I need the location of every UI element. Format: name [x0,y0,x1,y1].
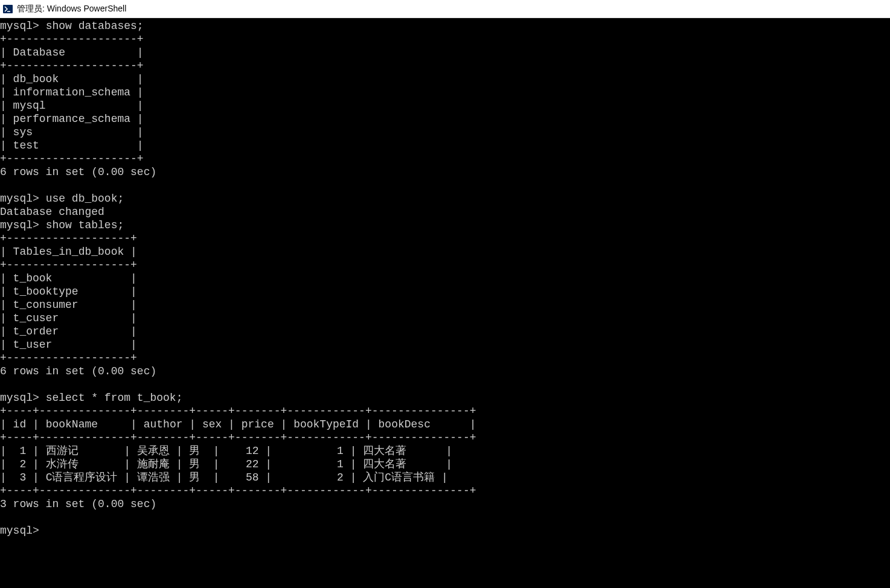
column-header-author: author [144,418,183,430]
cell-author: 吴承恩 [137,445,170,457]
table-border: +--------------------+ [0,153,144,165]
cell-sex: 男 [189,458,200,470]
table-name: t_consumer [13,299,78,311]
database-changed-msg: Database changed [0,206,104,218]
titlebar: 管理员: Windows PowerShell [0,0,890,18]
cell-author: 施耐庵 [137,458,170,470]
column-header-bookdesc: bookDesc [379,418,431,430]
cell-bookdesc: 四大名著 [363,445,406,457]
cell-id: 3 [19,471,26,484]
rows-in-set: 6 rows in set (0.00 sec) [0,365,156,377]
table-border: +-------------------+ [0,352,137,364]
cell-bookname: C语言程序设计 [46,471,118,484]
mysql-prompt: mysql> [0,20,39,32]
table-border: +-------------------+ [0,259,137,271]
table-name: t_cuser [13,312,59,324]
mysql-prompt: mysql> [0,219,39,231]
cell-bookname: 西游记 [46,445,78,457]
table-border: +----+--------------+--------+-----+----… [0,405,476,417]
database-name: sys [13,126,33,138]
column-header-database: Database [13,46,65,59]
cell-bookname: 水浒传 [46,458,78,470]
cell-price: 12 [246,445,259,457]
cell-id: 1 [19,445,26,457]
cell-booktypeid: 2 [337,471,344,484]
cell-booktypeid: 1 [337,458,344,470]
table-name: t_user [13,339,53,351]
column-header-sex: sex [202,418,222,430]
table-border: +----+--------------+--------+-----+----… [0,485,476,497]
mysql-prompt: mysql> [0,525,39,537]
cell-author: 谭浩强 [137,471,170,484]
command-select-book: select * from t_book; [46,392,183,404]
window-title: 管理员: Windows PowerShell [17,4,126,14]
table-name: t_order [13,325,59,337]
cell-bookdesc: 入门C语言书籍 [363,471,435,484]
rows-in-set: 6 rows in set (0.00 sec) [0,166,156,178]
terminal-output[interactable]: mysql> show databases; +----------------… [0,18,890,538]
command-show-databases: show databases; [46,20,144,32]
mysql-prompt: mysql> [0,193,39,205]
command-use-db: use db_book; [46,193,124,205]
table-name: t_book [13,272,53,284]
database-name: information_schema [13,86,130,98]
database-name: performance_schema [13,113,130,125]
table-border: +--------------------+ [0,60,144,72]
cell-price: 22 [246,458,259,470]
table-border: +-------------------+ [0,232,137,244]
column-header-bookname: bookName [46,418,98,430]
database-name: db_book [13,73,59,85]
cell-id: 2 [19,458,26,470]
mysql-prompt: mysql> [0,392,39,404]
powershell-icon [2,4,13,14]
table-border: +----+--------------+--------+-----+----… [0,432,476,444]
column-header-tables: Tables_in_db_book [13,246,124,258]
database-name: test [13,139,39,152]
cell-bookdesc: 四大名著 [363,458,406,470]
database-name: mysql [13,100,46,112]
rows-in-set: 3 rows in set (0.00 sec) [0,498,156,510]
column-header-id: id [13,418,27,430]
column-header-price: price [242,418,274,430]
cell-price: 58 [246,471,259,484]
command-show-tables: show tables; [46,219,124,231]
table-name: t_booktype [13,286,78,298]
column-header-booktypeid: bookTypeId [293,418,359,430]
cell-booktypeid: 1 [337,445,344,457]
table-border: +--------------------+ [0,33,144,45]
cell-sex: 男 [189,445,200,457]
cell-sex: 男 [189,471,200,484]
